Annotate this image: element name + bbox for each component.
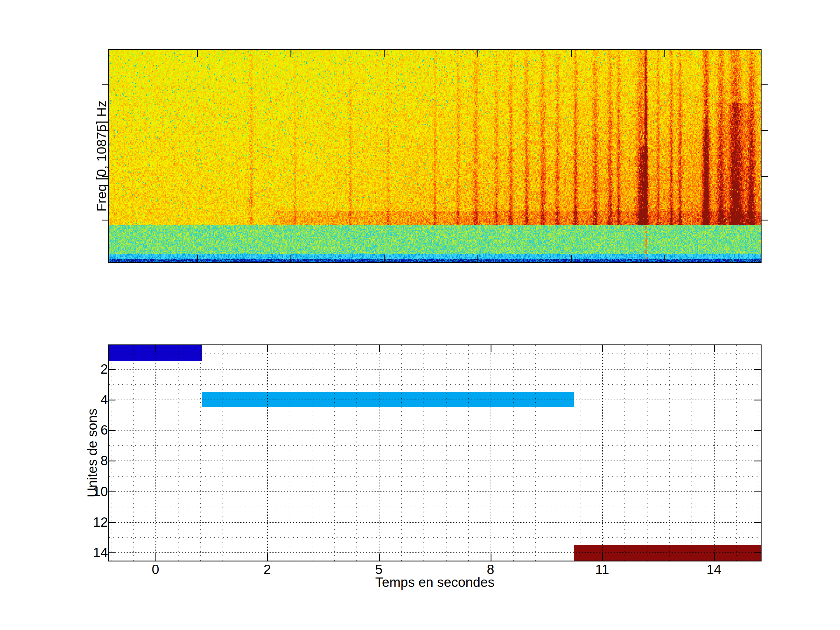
- spectrogram-top-tick-4: [571, 50, 572, 57]
- gantt-bottom-tick-3: [491, 554, 491, 561]
- gantt-bottom-tick-5: [714, 554, 715, 561]
- gantt-vgrid-minor: [357, 345, 357, 561]
- gantt-right-tick-0: [754, 369, 761, 370]
- gantt-hgrid-minor: [109, 476, 761, 477]
- gantt-y-tick-label-2: 2: [100, 361, 108, 377]
- spectrogram-bottom-tick-1: [291, 255, 291, 262]
- gantt-hgrid-major: [109, 461, 761, 461]
- gantt-vgrid-minor: [133, 345, 134, 561]
- gantt-left-tick-0: [109, 369, 115, 370]
- spectrogram-top-tick-1: [291, 50, 291, 57]
- gantt-vgrid-minor: [245, 345, 245, 561]
- gantt-vgrid-minor: [446, 345, 447, 561]
- gantt-x-tick-label-2: 2: [264, 562, 271, 577]
- gantt-vgrid-major: [155, 345, 156, 561]
- gantt-hgrid-major: [109, 553, 761, 553]
- gantt-vgrid-minor: [468, 345, 469, 561]
- gantt-top-tick-3: [491, 345, 491, 352]
- gantt-vgrid-minor: [223, 345, 223, 561]
- gantt-vgrid-major: [267, 345, 268, 561]
- gantt-right-tick-6: [754, 553, 761, 553]
- gantt-right-tick-5: [754, 522, 761, 523]
- gantt-bottom-tick-2: [379, 554, 380, 561]
- gantt-y-tick-label-8: 8: [100, 453, 108, 468]
- spectrogram-heatmap: [109, 50, 761, 262]
- gantt-vgrid-major: [714, 345, 715, 561]
- gantt-y-tick-label-14: 14: [93, 545, 108, 560]
- gantt-y-tick-label-10: 10: [93, 483, 108, 499]
- gantt-x-tick-label-0: 0: [152, 562, 159, 577]
- gantt-x-tick-label-14: 14: [706, 562, 721, 577]
- gantt-vgrid-minor: [513, 345, 514, 561]
- gantt-top-tick-0: [155, 345, 156, 352]
- gantt-bottom-tick-4: [602, 554, 603, 561]
- gantt-y-tick-label-6: 6: [100, 422, 108, 438]
- gantt-vgrid-minor: [624, 345, 625, 561]
- gantt-left-tick-1: [109, 399, 115, 401]
- gantt-bottom-tick-0: [155, 554, 156, 561]
- gantt-y-tick-label-12: 12: [93, 514, 108, 530]
- spectrogram-bottom-tick-4: [571, 255, 572, 262]
- gantt-left-tick-5: [109, 522, 115, 523]
- gantt-right-tick-1: [754, 399, 761, 401]
- gantt-hgrid-major: [109, 369, 761, 369]
- gantt-vgrid-minor: [334, 345, 335, 561]
- gantt-hgrid-minor: [109, 445, 761, 446]
- figure-canvas: Freq [0, 10875] Hz Unites de sons Temps …: [0, 0, 840, 630]
- gantt-top-tick-2: [379, 345, 380, 352]
- gantt-vgrid-minor: [290, 345, 290, 561]
- gantt-x-tick-label-5: 5: [375, 562, 383, 577]
- spectrogram-right-tick-0: [761, 84, 768, 85]
- gantt-vgrid-minor: [580, 345, 580, 561]
- spectrogram-bottom-tick-3: [477, 255, 478, 262]
- gantt-right-tick-3: [754, 461, 761, 461]
- gantt-hgrid-major: [109, 399, 761, 400]
- spectrogram-top-tick-2: [384, 50, 385, 57]
- gantt-vgrid-minor: [692, 345, 692, 561]
- gantt-hgrid-major: [109, 491, 761, 492]
- gantt-hgrid-minor: [109, 384, 761, 385]
- gantt-left-tick-2: [109, 430, 115, 431]
- gantt-left-tick-6: [109, 553, 115, 553]
- gantt-xlabel: Temps en secondes: [375, 574, 494, 590]
- gantt-right-tick-2: [754, 430, 761, 431]
- gantt-vgrid-minor: [178, 345, 178, 561]
- spectrogram-bottom-tick-2: [384, 255, 385, 262]
- gantt-hgrid-major: [109, 430, 761, 431]
- gantt-hgrid-minor: [109, 415, 761, 415]
- gantt-vgrid-minor: [535, 345, 536, 561]
- spectrogram-left-tick-0: [102, 84, 109, 85]
- spectrogram-bottom-tick-0: [197, 255, 198, 262]
- gantt-bottom-tick-1: [267, 554, 268, 561]
- spectrogram-right-tick-1: [761, 130, 768, 131]
- spectrogram-top-tick-5: [665, 50, 665, 57]
- gantt-vgrid-minor: [401, 345, 402, 561]
- spectrogram-bottom-tick-5: [665, 255, 665, 262]
- gantt-right-tick-4: [754, 491, 761, 492]
- gantt-hgrid-minor: [109, 537, 761, 538]
- gantt-hgrid-minor: [109, 354, 761, 354]
- gantt-vgrid-minor: [647, 345, 647, 561]
- gantt-left-tick-4: [109, 491, 115, 492]
- gantt-vgrid-minor: [312, 345, 313, 561]
- gantt-vgrid-major: [491, 345, 491, 561]
- spectrogram-ylabel: Freq [0, 10875] Hz: [94, 101, 109, 212]
- spectrogram-top-tick-0: [197, 50, 198, 57]
- gantt-vgrid-major: [602, 345, 603, 561]
- gantt-top-tick-5: [714, 345, 715, 352]
- gantt-vgrid-minor: [669, 345, 670, 561]
- gantt-hgrid-minor: [109, 507, 761, 507]
- spectrogram-right-tick-2: [761, 176, 768, 177]
- gantt-x-tick-label-8: 8: [487, 562, 494, 577]
- gantt-top-tick-4: [602, 345, 603, 352]
- gantt-panel: [108, 344, 761, 562]
- gantt-hgrid-major: [109, 522, 761, 523]
- gantt-vgrid-minor: [200, 345, 201, 561]
- gantt-y-tick-label-4: 4: [100, 392, 108, 407]
- gantt-x-tick-label-11: 11: [595, 562, 609, 577]
- spectrogram-panel: [108, 49, 761, 263]
- gantt-vgrid-minor: [423, 345, 424, 561]
- gantt-top-tick-1: [267, 345, 268, 352]
- gantt-vgrid-minor: [558, 345, 558, 561]
- gantt-vgrid-major: [379, 345, 379, 561]
